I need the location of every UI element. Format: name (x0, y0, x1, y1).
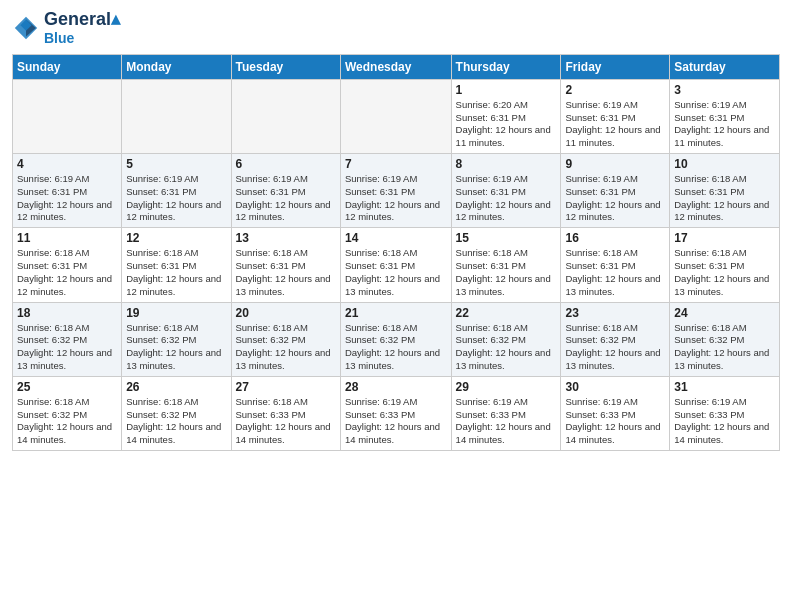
day-info: Sunrise: 6:18 AMSunset: 6:31 PMDaylight:… (236, 247, 336, 298)
day-number: 19 (126, 306, 226, 320)
day-info: Sunrise: 6:19 AMSunset: 6:33 PMDaylight:… (456, 396, 557, 447)
day-info: Sunrise: 6:19 AMSunset: 6:31 PMDaylight:… (674, 99, 775, 150)
header-tuesday: Tuesday (231, 54, 340, 79)
day-number: 27 (236, 380, 336, 394)
calendar-cell: 12Sunrise: 6:18 AMSunset: 6:31 PMDayligh… (122, 228, 231, 302)
day-number: 20 (236, 306, 336, 320)
calendar-week-row: 25Sunrise: 6:18 AMSunset: 6:32 PMDayligh… (13, 376, 780, 450)
day-info: Sunrise: 6:18 AMSunset: 6:31 PMDaylight:… (17, 247, 117, 298)
day-number: 25 (17, 380, 117, 394)
calendar-cell: 18Sunrise: 6:18 AMSunset: 6:32 PMDayligh… (13, 302, 122, 376)
day-number: 30 (565, 380, 665, 394)
day-info: Sunrise: 6:18 AMSunset: 6:32 PMDaylight:… (565, 322, 665, 373)
logo: General▴ Blue (12, 10, 120, 46)
calendar-cell: 16Sunrise: 6:18 AMSunset: 6:31 PMDayligh… (561, 228, 670, 302)
day-number: 31 (674, 380, 775, 394)
day-number: 9 (565, 157, 665, 171)
day-info: Sunrise: 6:19 AMSunset: 6:31 PMDaylight:… (126, 173, 226, 224)
calendar-table: SundayMondayTuesdayWednesdayThursdayFrid… (12, 54, 780, 451)
page-container: General▴ Blue SundayMondayTuesdayWednesd… (0, 0, 792, 461)
day-number: 17 (674, 231, 775, 245)
day-info: Sunrise: 6:18 AMSunset: 6:32 PMDaylight:… (17, 322, 117, 373)
calendar-week-row: 4Sunrise: 6:19 AMSunset: 6:31 PMDaylight… (13, 154, 780, 228)
day-number: 5 (126, 157, 226, 171)
calendar-cell: 29Sunrise: 6:19 AMSunset: 6:33 PMDayligh… (451, 376, 561, 450)
day-number: 11 (17, 231, 117, 245)
calendar-week-row: 18Sunrise: 6:18 AMSunset: 6:32 PMDayligh… (13, 302, 780, 376)
calendar-cell: 7Sunrise: 6:19 AMSunset: 6:31 PMDaylight… (340, 154, 451, 228)
day-number: 23 (565, 306, 665, 320)
day-info: Sunrise: 6:18 AMSunset: 6:32 PMDaylight:… (236, 322, 336, 373)
day-info: Sunrise: 6:18 AMSunset: 6:32 PMDaylight:… (17, 396, 117, 447)
calendar-cell: 1Sunrise: 6:20 AMSunset: 6:31 PMDaylight… (451, 79, 561, 153)
day-number: 26 (126, 380, 226, 394)
day-info: Sunrise: 6:18 AMSunset: 6:31 PMDaylight:… (456, 247, 557, 298)
day-number: 24 (674, 306, 775, 320)
day-info: Sunrise: 6:19 AMSunset: 6:31 PMDaylight:… (565, 173, 665, 224)
day-number: 13 (236, 231, 336, 245)
calendar-cell (231, 79, 340, 153)
day-info: Sunrise: 6:19 AMSunset: 6:33 PMDaylight:… (565, 396, 665, 447)
day-number: 15 (456, 231, 557, 245)
logo-blue: Blue (44, 30, 120, 46)
day-info: Sunrise: 6:19 AMSunset: 6:33 PMDaylight:… (345, 396, 447, 447)
header-wednesday: Wednesday (340, 54, 451, 79)
calendar-cell (122, 79, 231, 153)
day-info: Sunrise: 6:18 AMSunset: 6:31 PMDaylight:… (674, 247, 775, 298)
calendar-cell: 30Sunrise: 6:19 AMSunset: 6:33 PMDayligh… (561, 376, 670, 450)
calendar-week-row: 11Sunrise: 6:18 AMSunset: 6:31 PMDayligh… (13, 228, 780, 302)
day-number: 6 (236, 157, 336, 171)
header-thursday: Thursday (451, 54, 561, 79)
day-number: 14 (345, 231, 447, 245)
day-number: 22 (456, 306, 557, 320)
day-number: 3 (674, 83, 775, 97)
day-number: 7 (345, 157, 447, 171)
calendar-cell (13, 79, 122, 153)
calendar-cell: 26Sunrise: 6:18 AMSunset: 6:32 PMDayligh… (122, 376, 231, 450)
calendar-cell: 19Sunrise: 6:18 AMSunset: 6:32 PMDayligh… (122, 302, 231, 376)
day-info: Sunrise: 6:18 AMSunset: 6:32 PMDaylight:… (456, 322, 557, 373)
calendar-cell: 27Sunrise: 6:18 AMSunset: 6:33 PMDayligh… (231, 376, 340, 450)
calendar-cell (340, 79, 451, 153)
day-number: 29 (456, 380, 557, 394)
calendar-cell: 5Sunrise: 6:19 AMSunset: 6:31 PMDaylight… (122, 154, 231, 228)
calendar-cell: 17Sunrise: 6:18 AMSunset: 6:31 PMDayligh… (670, 228, 780, 302)
calendar-cell: 23Sunrise: 6:18 AMSunset: 6:32 PMDayligh… (561, 302, 670, 376)
calendar-cell: 31Sunrise: 6:19 AMSunset: 6:33 PMDayligh… (670, 376, 780, 450)
logo-text: General▴ Blue (44, 10, 120, 46)
calendar-cell: 13Sunrise: 6:18 AMSunset: 6:31 PMDayligh… (231, 228, 340, 302)
day-number: 21 (345, 306, 447, 320)
day-number: 2 (565, 83, 665, 97)
day-number: 12 (126, 231, 226, 245)
calendar-cell: 4Sunrise: 6:19 AMSunset: 6:31 PMDaylight… (13, 154, 122, 228)
day-info: Sunrise: 6:19 AMSunset: 6:31 PMDaylight:… (236, 173, 336, 224)
day-info: Sunrise: 6:18 AMSunset: 6:32 PMDaylight:… (674, 322, 775, 373)
calendar-cell: 25Sunrise: 6:18 AMSunset: 6:32 PMDayligh… (13, 376, 122, 450)
calendar-week-row: 1Sunrise: 6:20 AMSunset: 6:31 PMDaylight… (13, 79, 780, 153)
calendar-cell: 10Sunrise: 6:18 AMSunset: 6:31 PMDayligh… (670, 154, 780, 228)
calendar-header-row: SundayMondayTuesdayWednesdayThursdayFrid… (13, 54, 780, 79)
calendar-cell: 2Sunrise: 6:19 AMSunset: 6:31 PMDaylight… (561, 79, 670, 153)
day-info: Sunrise: 6:18 AMSunset: 6:31 PMDaylight:… (126, 247, 226, 298)
calendar-cell: 3Sunrise: 6:19 AMSunset: 6:31 PMDaylight… (670, 79, 780, 153)
day-info: Sunrise: 6:18 AMSunset: 6:32 PMDaylight:… (126, 322, 226, 373)
day-number: 16 (565, 231, 665, 245)
day-info: Sunrise: 6:19 AMSunset: 6:31 PMDaylight:… (565, 99, 665, 150)
calendar-cell: 22Sunrise: 6:18 AMSunset: 6:32 PMDayligh… (451, 302, 561, 376)
day-info: Sunrise: 6:19 AMSunset: 6:31 PMDaylight:… (456, 173, 557, 224)
day-info: Sunrise: 6:19 AMSunset: 6:33 PMDaylight:… (674, 396, 775, 447)
calendar-cell: 15Sunrise: 6:18 AMSunset: 6:31 PMDayligh… (451, 228, 561, 302)
day-info: Sunrise: 6:19 AMSunset: 6:31 PMDaylight:… (17, 173, 117, 224)
day-number: 1 (456, 83, 557, 97)
header-sunday: Sunday (13, 54, 122, 79)
calendar-cell: 9Sunrise: 6:19 AMSunset: 6:31 PMDaylight… (561, 154, 670, 228)
day-number: 18 (17, 306, 117, 320)
calendar-cell: 28Sunrise: 6:19 AMSunset: 6:33 PMDayligh… (340, 376, 451, 450)
calendar-cell: 24Sunrise: 6:18 AMSunset: 6:32 PMDayligh… (670, 302, 780, 376)
day-info: Sunrise: 6:18 AMSunset: 6:33 PMDaylight:… (236, 396, 336, 447)
page-header: General▴ Blue (12, 10, 780, 46)
calendar-cell: 21Sunrise: 6:18 AMSunset: 6:32 PMDayligh… (340, 302, 451, 376)
day-info: Sunrise: 6:18 AMSunset: 6:31 PMDaylight:… (345, 247, 447, 298)
header-saturday: Saturday (670, 54, 780, 79)
day-info: Sunrise: 6:19 AMSunset: 6:31 PMDaylight:… (345, 173, 447, 224)
